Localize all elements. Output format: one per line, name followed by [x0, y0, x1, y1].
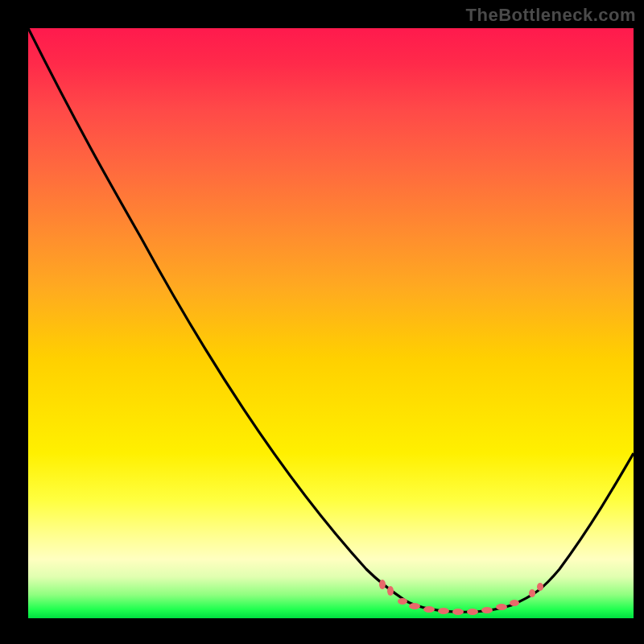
plot-area — [28, 28, 634, 618]
watermark-text: TheBottleneck.com — [466, 5, 636, 26]
gradient-background — [28, 28, 634, 618]
chart-container: TheBottleneck.com — [0, 0, 644, 644]
